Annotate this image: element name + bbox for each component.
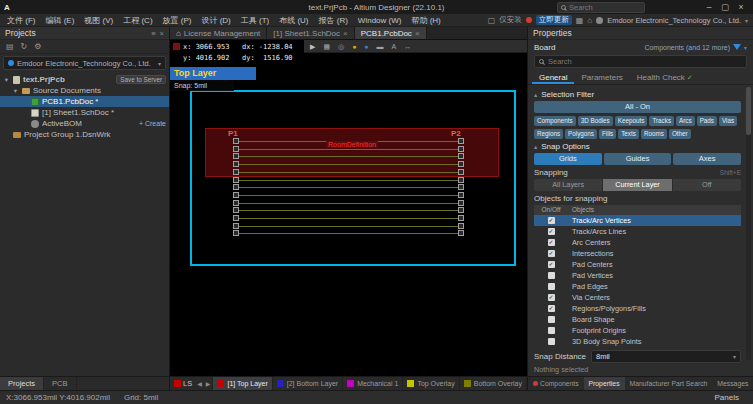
trace[interactable]: [239, 203, 458, 204]
document-tab-license-management[interactable]: ⌂License Management: [170, 27, 267, 39]
filter-other-button[interactable]: Other: [669, 129, 691, 139]
snap-object-row-intersections[interactable]: ✓Intersections: [534, 248, 741, 259]
pad[interactable]: [458, 169, 464, 175]
workspace-selector[interactable]: Emdoor Electronic_Technology Co., Ltd. ▾: [3, 56, 166, 70]
pad[interactable]: [458, 207, 464, 213]
properties-tab-general[interactable]: General: [532, 71, 574, 84]
snap-object-row-pad-edges[interactable]: Pad Edges: [534, 281, 741, 292]
menu-item-h[interactable]: 帮助 (H): [406, 14, 445, 27]
panels-button[interactable]: Panels: [707, 393, 747, 402]
snap-object-row-pad-vertices[interactable]: Pad Vertices: [534, 270, 741, 281]
pad[interactable]: [458, 192, 464, 198]
menu-item-p[interactable]: 放置 (P): [158, 14, 197, 27]
pad[interactable]: [233, 215, 239, 221]
trace[interactable]: [239, 180, 458, 181]
properties-tab-parameters[interactable]: Parameters: [574, 71, 629, 84]
checkbox[interactable]: [548, 272, 555, 279]
panel-menu-icon[interactable]: ≡: [151, 29, 155, 38]
scope-dropdown[interactable]: Components (and 12 more): [644, 44, 730, 51]
filter-keepouts-button[interactable]: Keepouts: [615, 116, 648, 126]
trace[interactable]: [239, 226, 458, 227]
trace[interactable]: [239, 195, 458, 196]
layer-sets-button[interactable]: LS: [183, 379, 195, 388]
scroll-layers-right-icon[interactable]: ▶: [204, 380, 213, 387]
refresh-icon[interactable]: ↻: [21, 42, 28, 51]
global-search[interactable]: [557, 2, 645, 13]
pad[interactable]: [458, 153, 464, 159]
snapping-mode-all-layers[interactable]: All Layers: [534, 179, 602, 191]
checkbox[interactable]: [548, 316, 555, 323]
checkbox[interactable]: ✓: [548, 250, 555, 257]
layer-tab-bottom-overlay[interactable]: Bottom Overlay: [459, 377, 526, 390]
checkbox[interactable]: ✓: [548, 305, 555, 312]
trace[interactable]: [239, 218, 458, 219]
scroll-layers-left-icon[interactable]: ◀: [195, 380, 204, 387]
caret-down-icon[interactable]: ▾: [733, 353, 736, 360]
snap-object-row-track-arc-vertices[interactable]: ✓Track/Arc Vertices: [534, 215, 741, 226]
minimize-button[interactable]: –: [701, 1, 717, 14]
trace[interactable]: [239, 210, 458, 211]
notification-icon[interactable]: [526, 17, 532, 23]
create-bom-link[interactable]: + Create: [139, 120, 166, 127]
pcb-canvas[interactable]: ▶▦◎●●▬A↔ x: 3066.953 dx: -1238.04 y: 401…: [170, 40, 527, 376]
filter-regions-button[interactable]: Regions: [534, 129, 563, 139]
snapping-mode-off[interactable]: Off: [672, 179, 741, 191]
filter-pads-button[interactable]: Pads: [697, 116, 717, 126]
pad[interactable]: [458, 200, 464, 206]
home-icon[interactable]: ⌂: [587, 16, 592, 25]
snap-object-row-regions-polygons-fills[interactable]: ✓Regions/Polygons/Fills: [534, 303, 741, 314]
checkbox[interactable]: ✓: [548, 261, 555, 268]
snap-object-row-via-centers[interactable]: ✓Via Centers: [534, 292, 741, 303]
panel-tab-pcb[interactable]: PCB: [44, 377, 76, 390]
properties-tab-health-check[interactable]: Health Check✓: [630, 71, 700, 84]
close-tab-icon[interactable]: ×: [415, 29, 420, 38]
selection-filter-all-button[interactable]: All - On: [534, 101, 741, 113]
pad[interactable]: [233, 230, 239, 236]
pad[interactable]: [233, 207, 239, 213]
snap-object-row-arc-centers[interactable]: ✓Arc Centers: [534, 237, 741, 248]
pad[interactable]: [233, 192, 239, 198]
filter-tracks-button[interactable]: Tracks: [649, 116, 674, 126]
snap-guides-button[interactable]: Guides: [604, 153, 672, 165]
checkbox[interactable]: ✓: [548, 217, 555, 224]
snap-axes-button[interactable]: Axes: [673, 153, 741, 165]
pad[interactable]: [233, 184, 239, 190]
filter-3d-bodies-button[interactable]: 3D Bodies: [578, 116, 613, 126]
layer-tab-2-bottom-layer[interactable]: [2] Bottom Layer: [272, 377, 342, 390]
menu-item-t[interactable]: 工具 (T): [236, 14, 274, 27]
tree-item-source-documents[interactable]: ▾Source Documents: [0, 85, 169, 96]
trace[interactable]: [239, 187, 458, 188]
filter-funnel-icon[interactable]: [733, 44, 741, 50]
snap-grids-button[interactable]: Grids: [534, 153, 602, 165]
checkbox[interactable]: ✓: [548, 239, 555, 246]
checkbox[interactable]: [548, 327, 555, 334]
collapse-icon[interactable]: ▴: [534, 143, 537, 151]
panel-settings-icon[interactable]: ⚙: [34, 42, 41, 51]
properties-search-input[interactable]: [548, 57, 742, 66]
trace[interactable]: [239, 233, 458, 234]
panel-close-icon[interactable]: ×: [160, 29, 164, 38]
filter-components-button[interactable]: Components: [534, 116, 576, 126]
filter-vias-button[interactable]: Vias: [719, 116, 737, 126]
scrollbar-thumb[interactable]: [746, 87, 751, 135]
filter-fills-button[interactable]: Fills: [599, 129, 616, 139]
designator-p2[interactable]: P2: [451, 129, 461, 138]
caret-down-icon[interactable]: ▾: [744, 44, 747, 51]
document-tab-pcb1-pcbdoc[interactable]: PCB1.PcbDoc×: [355, 27, 427, 39]
comment-icon[interactable]: ▢: [488, 16, 496, 25]
snap-object-row-footprint-origins[interactable]: Footprint Origins: [534, 325, 741, 336]
pad[interactable]: [458, 230, 464, 236]
panel-tab-manufacturer-part-search[interactable]: Manufacturer Part Search: [625, 377, 713, 390]
layer-tab-top-overlay[interactable]: Top Overlay: [402, 377, 458, 390]
pad[interactable]: [233, 200, 239, 206]
caret-down-icon[interactable]: ▾: [12, 87, 19, 95]
filter-arcs-button[interactable]: Arcs: [676, 116, 695, 126]
panel-tab-projects[interactable]: Projects: [0, 377, 44, 390]
apps-grid-icon[interactable]: ▦: [576, 16, 584, 25]
pad[interactable]: [233, 223, 239, 229]
snap-object-row-3d-body-snap-points[interactable]: 3D Body Snap Points: [534, 336, 741, 347]
caret-down-icon[interactable]: ▾: [3, 76, 10, 84]
snap-object-row-board-shape[interactable]: Board Shape: [534, 314, 741, 325]
document-tab-1-sheet1-schdoc[interactable]: [1] Sheet1.SchDoc×: [267, 27, 354, 39]
pad[interactable]: [233, 161, 239, 167]
